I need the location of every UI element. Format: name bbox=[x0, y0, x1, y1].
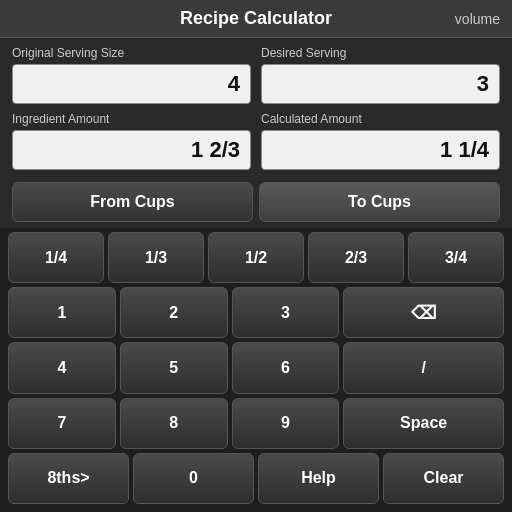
key-2[interactable]: 2 bbox=[120, 287, 228, 338]
key-9[interactable]: 9 bbox=[232, 398, 340, 449]
mode-buttons: From Cups To Cups bbox=[0, 176, 512, 228]
keypad-row-1: 1 2 3 ⌫ bbox=[8, 287, 504, 338]
ingredient-amount-input[interactable]: 1 2/3 bbox=[12, 130, 251, 170]
key-eighths[interactable]: 8ths> bbox=[8, 453, 129, 504]
calculated-amount-group: Calculated Amount 1 1/4 bbox=[261, 112, 500, 170]
to-cups-button[interactable]: To Cups bbox=[259, 182, 500, 222]
keypad-row-fractions: 1/4 1/3 1/2 2/3 3/4 bbox=[8, 232, 504, 283]
app-title: Recipe Calculator bbox=[180, 8, 332, 29]
key-clear[interactable]: Clear bbox=[383, 453, 504, 504]
desired-serving-input[interactable]: 3 bbox=[261, 64, 500, 104]
calculated-amount-input: 1 1/4 bbox=[261, 130, 500, 170]
key-two-thirds[interactable]: 2/3 bbox=[308, 232, 404, 283]
desired-serving-label: Desired Serving bbox=[261, 46, 500, 60]
key-5[interactable]: 5 bbox=[120, 342, 228, 393]
key-half[interactable]: 1/2 bbox=[208, 232, 304, 283]
amounts-row: Ingredient Amount 1 2/3 Calculated Amoun… bbox=[12, 112, 500, 170]
key-3[interactable]: 3 bbox=[232, 287, 340, 338]
calculated-amount-label: Calculated Amount bbox=[261, 112, 500, 126]
desired-serving-group: Desired Serving 3 bbox=[261, 46, 500, 104]
ingredient-amount-group: Ingredient Amount 1 2/3 bbox=[12, 112, 251, 170]
key-three-quarters[interactable]: 3/4 bbox=[408, 232, 504, 283]
from-cups-button[interactable]: From Cups bbox=[12, 182, 253, 222]
keypad: 1/4 1/3 1/2 2/3 3/4 1 2 3 ⌫ 4 5 6 / 7 8 … bbox=[0, 228, 512, 512]
inputs-section: Original Serving Size 4 Desired Serving … bbox=[0, 38, 512, 176]
key-quarter[interactable]: 1/4 bbox=[8, 232, 104, 283]
backspace-icon: ⌫ bbox=[411, 302, 436, 324]
ingredient-amount-label: Ingredient Amount bbox=[12, 112, 251, 126]
original-serving-group: Original Serving Size 4 bbox=[12, 46, 251, 104]
original-serving-input[interactable]: 4 bbox=[12, 64, 251, 104]
key-third[interactable]: 1/3 bbox=[108, 232, 204, 283]
key-space[interactable]: Space bbox=[343, 398, 504, 449]
key-8[interactable]: 8 bbox=[120, 398, 228, 449]
app-container: Recipe Calculator volume Original Servin… bbox=[0, 0, 512, 512]
serving-row: Original Serving Size 4 Desired Serving … bbox=[12, 46, 500, 104]
key-slash[interactable]: / bbox=[343, 342, 504, 393]
header: Recipe Calculator volume bbox=[0, 0, 512, 38]
keypad-row-2: 4 5 6 / bbox=[8, 342, 504, 393]
key-6[interactable]: 6 bbox=[232, 342, 340, 393]
key-backspace[interactable]: ⌫ bbox=[343, 287, 504, 338]
keypad-row-3: 7 8 9 Space bbox=[8, 398, 504, 449]
original-serving-label: Original Serving Size bbox=[12, 46, 251, 60]
key-7[interactable]: 7 bbox=[8, 398, 116, 449]
key-4[interactable]: 4 bbox=[8, 342, 116, 393]
key-0[interactable]: 0 bbox=[133, 453, 254, 504]
volume-label[interactable]: volume bbox=[455, 11, 500, 27]
key-1[interactable]: 1 bbox=[8, 287, 116, 338]
keypad-row-4: 8ths> 0 Help Clear bbox=[8, 453, 504, 504]
key-help[interactable]: Help bbox=[258, 453, 379, 504]
